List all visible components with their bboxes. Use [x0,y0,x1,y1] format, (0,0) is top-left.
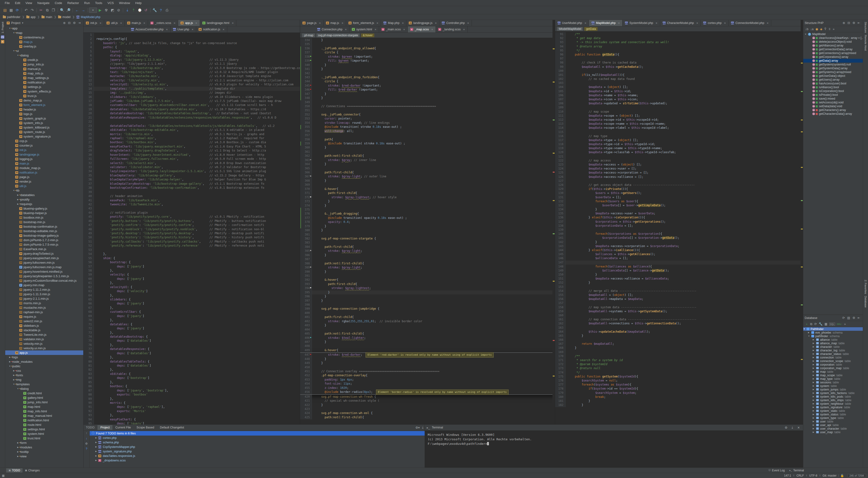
tab-util-js[interactable]: JSutil.js✕ [104,20,125,26]
tree-item[interactable]: JSmodule_map.js [5,166,83,170]
code-line[interactable]: 74 datatablesBootstrap: { [84,335,300,339]
code-line[interactable]: 407 } [300,340,555,344]
tree-item[interactable]: JSsystem_route.js [5,130,83,134]
tab-user-php[interactable]: phpUser.php✕ [170,26,196,32]
menu-run[interactable]: Run [82,0,92,5]
vcs-revert-icon[interactable]: ↺ [143,7,149,13]
code-line[interactable]: 171 * search for a system by id [555,358,803,362]
tree-item[interactable]: ▶node_modules [5,359,83,364]
code-line[interactable]: 128 // get access object data ----------… [555,183,803,187]
code-line[interactable]: 55 shim: { [84,256,300,260]
code-line[interactable]: 376 &._jsPlumb_dragging{ [300,212,555,216]
code-line[interactable]: 372 stroke: $gray-lightest; // hover sty… [300,195,555,199]
code-line[interactable]: 359 @include transition( stroke 0.18s ea… [300,141,555,146]
code-line[interactable]: 361 [300,150,555,154]
chevron-collapsed-icon[interactable]: ▶ [12,374,15,376]
more-icon[interactable]: » [833,27,834,31]
tool-strip-2-favorites-tab[interactable]: 2: Favorites [864,280,867,294]
stripe-mark[interactable] [553,82,555,83]
tab--map-scss[interactable]: S_map.scss✕ [408,26,436,32]
code-line[interactable]: 25 morris: 'lib/morris.min', // v0.5.1 M… [84,132,300,136]
status-item[interactable]: UTF-8 [809,474,817,477]
stripe-mark[interactable] [553,120,555,121]
code-line[interactable]: 382 svg.pf-map-connection-stargate { [300,236,555,241]
code-line[interactable]: 345 stroke: $red-darker !important; [300,84,555,88]
gear-icon[interactable]: ⚙ [72,21,77,25]
code-line[interactable]: 151 $mapData->access->alliance = $allian… [555,277,803,281]
editor-right[interactable]: 91 /**92 * get map data93 * -> this incl… [555,32,803,424]
todo-tab-project[interactable]: Project [97,425,113,430]
code-line[interactable]: 2requirejs.config({ [84,37,300,41]
code-line[interactable]: 451 // Connection overlay ==============… [300,370,555,374]
code-line[interactable]: 388 path:not(:first-child){ [300,261,555,265]
code-line[interactable]: 24 xEditable: 'lib/bootstrap-editable.mi… [84,128,300,132]
code-line[interactable]: 152 } [555,281,803,285]
code-line[interactable]: 396 } [300,294,555,298]
vcs-update-icon[interactable]: ⇣ [124,7,130,13]
code-line[interactable]: 456 @include border-radius(8px);Element … [300,390,555,394]
toolwindow-button-terminal[interactable]: ▸_Terminal [787,468,806,473]
code-line[interactable]: 71 datatables: { [84,322,300,326]
code-line[interactable]: 392 &:hover{ [300,278,555,282]
tree-item[interactable]: JSmustache.min.js [5,306,83,310]
tree-item[interactable]: 5map.html [5,405,83,409]
tree-item[interactable]: JSjquery-1.11.2.min.js [5,287,83,292]
code-line[interactable]: 34 lazylinepainter: 'lib/jquery.lazyline… [84,169,300,173]
vcs-history-icon[interactable]: ⌚ [137,7,143,13]
chevron-expanded-icon[interactable]: ▼ [12,383,15,385]
code-line[interactable]: 49 'pnotify.desktop': 'lib/pnotify/pnoti… [84,231,300,235]
chevron-down-icon[interactable]: ▼ [22,22,24,24]
code-line[interactable]: 129 if($this->isPrivate()){ [555,187,803,191]
code-line[interactable]: 351 [300,108,555,113]
code-line[interactable]: 161 // map connection data -------------… [555,317,803,321]
stripe-mark[interactable] [801,305,803,306]
code-line[interactable]: 104 $mapData = (object) []; [555,85,803,89]
code-line[interactable]: 354 stroke-linecap: round; // line endin… [300,121,555,125]
code-line[interactable]: 337 circle { [300,51,555,55]
code-line[interactable]: 72 deps: ['jquery'] [84,326,300,330]
structure-method-row[interactable]: msetData(data):void [803,104,863,108]
tree-item[interactable]: 5map_info.html [5,409,83,414]
show-fields-icon[interactable]: ◉ [815,27,818,31]
code-line[interactable]: 335 [300,42,555,46]
structure-method-row[interactable]: mgetUserData():object [803,74,863,78]
replace-icon[interactable]: 🔎 [65,7,71,13]
structure-method-row[interactable]: mgetSystems():array|mixed [803,70,863,74]
code-line[interactable]: 37 blueImpGalleryBootstrap: 'lib/bootstr… [84,182,300,186]
breadcrumb-item[interactable]: app [25,15,36,19]
tree-item[interactable]: 5notification.html [5,418,83,422]
code-line[interactable]: 43 [84,206,300,211]
code-line[interactable]: 107 $mapData->icon = $this->icon; [555,97,803,101]
structure-method-row[interactable]: msetAccess(obj):void [803,100,863,104]
gear-icon[interactable]: ⚙▾ [414,426,421,429]
code-line[interactable]: 46 'pnotify.buttons': 'lib/pnotify/pnoti… [84,219,300,223]
tree-item[interactable]: ▶img [5,378,83,382]
database-root-row[interactable]: ▼Pathfinder [803,327,863,331]
structure-method-row[interactable]: mgetCharacters():array [803,108,863,112]
tree-item[interactable]: JSsystem_info.js [5,121,83,125]
error-stripe[interactable] [553,20,555,424]
code-line[interactable]: 124 $mapData->access->user = []; [555,167,803,171]
code-line[interactable]: 355 @include transition( stroke 0.18s ea… [300,125,555,129]
close-icon[interactable]: ✕ [376,22,378,24]
database-table-row[interactable]: ▶user_map: table [803,431,863,434]
code-line[interactable]: 92 exports: 'Morris' [84,409,300,413]
tree-item[interactable]: JSjquery.mCustomScrollbar.concat.min.js [5,278,83,283]
close-icon[interactable]: ✕ [618,22,620,24]
code-line[interactable]: 10 text: 'lib/requirejs/text', // v2.0.1… [84,70,300,74]
code-line[interactable]: 17 jsPlumb: 'lib/dom.jsPlumb-1.7.5-min',… [84,99,300,103]
code-line[interactable]: 142 } [555,240,803,244]
code-line[interactable]: 19 datatables: 'lib/datatables/jquery.da… [84,107,300,111]
chevron-collapsed-icon[interactable]: ▶ [17,442,19,444]
stripe-mark[interactable] [553,172,555,172]
code-line[interactable]: 139 [555,228,803,232]
code-line[interactable]: 93 * -> this includes system and connect… [555,40,803,44]
structure-method-row[interactable]: mgetSystem(systemId):null [803,63,863,66]
code-line[interactable]: 76 }, [84,343,300,347]
tab-page-js[interactable]: JSpage.js✕ [300,20,323,26]
database-table-row[interactable]: ▶user_api: table [803,423,863,427]
hide-panel-icon[interactable]: ⇤ [857,21,861,25]
menu-navigate[interactable]: Navigate [35,0,52,5]
chevron-collapsed-icon[interactable]: ▶ [12,370,15,372]
terminal-output[interactable]: Microsoft Windows [Version 6.3.9600](c) … [425,431,803,468]
